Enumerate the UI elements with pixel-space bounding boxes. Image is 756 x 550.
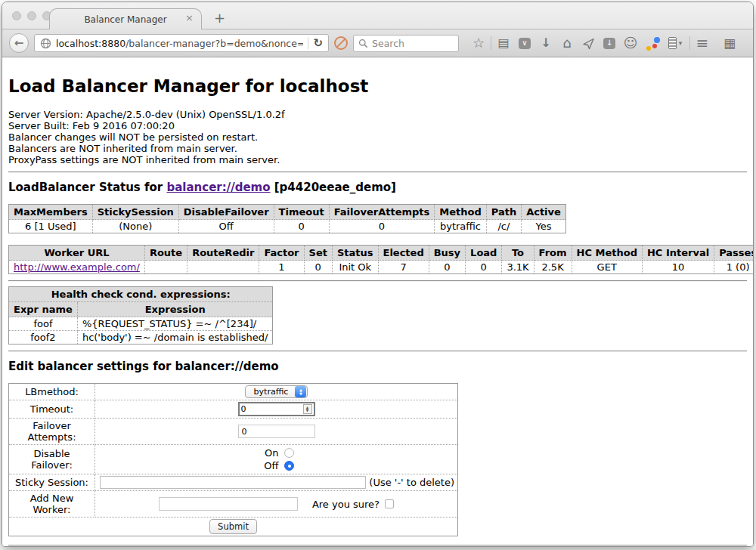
cell-hc-interval: 10 [642, 261, 714, 274]
col-header: Load [466, 246, 502, 261]
timeout-label: Timeout: [9, 400, 95, 419]
home-icon[interactable]: ⌂ [556, 36, 578, 51]
col-header: Active [522, 205, 566, 220]
disable-failover-on-radio[interactable] [284, 448, 294, 458]
add-worker-input[interactable] [159, 497, 298, 511]
cell-routeredir [187, 261, 259, 274]
timeout-input[interactable]: 0 ▲▼ [238, 402, 315, 416]
failover-attempts-input[interactable] [238, 425, 315, 438]
toolbar-divider [689, 36, 690, 50]
are-you-sure-label: Are you sure? [312, 499, 380, 510]
worker-status-table: Worker URL Route RouteRedir Factor Set S… [8, 245, 753, 274]
worker-url-link[interactable]: http://www.example.com/ [14, 261, 140, 273]
cell-passes: 1 (0) [714, 261, 753, 274]
form-row-lbmethod: LBmethod: bytraffic ▲▼ [9, 384, 458, 400]
close-window-button[interactable] [12, 11, 21, 20]
cell-expression: %{REQUEST_STATUS} =~ /^[234]/ [77, 317, 273, 331]
health-table-title: Health check cond. expressions: [9, 287, 273, 302]
stepper-down-icon: ▼ [299, 392, 302, 396]
send-tab-icon[interactable] [578, 36, 599, 50]
url-bar[interactable]: localhost:8880/balancer-manager?b=demo&n… [34, 34, 329, 52]
col-header: MaxMembers [9, 205, 93, 220]
server-built-line: Server Built: Feb 9 2016 07:00:20 [8, 120, 747, 131]
search-icon [358, 39, 368, 48]
lbmethod-label: LBmethod: [9, 384, 95, 400]
on-label: On [259, 446, 279, 459]
cell-maxmembers: 6 [1 Used] [9, 220, 93, 233]
cell-route [144, 261, 187, 274]
col-header: RouteRedir [187, 246, 259, 261]
are-you-sure-checkbox[interactable] [385, 499, 394, 508]
reload-icon[interactable]: ↻ [313, 36, 323, 50]
cell-disablefailover: Off [178, 220, 274, 233]
plugin-blocked-icon[interactable] [334, 36, 348, 50]
table-title-row: Health check cond. expressions: [9, 287, 273, 302]
url-domain: localhost:8880 [56, 38, 125, 49]
cell-expression: hc('body') =~ /domain is established/ [77, 331, 273, 345]
extension-download-badge: ↓ [603, 38, 615, 49]
bottom-divider [8, 545, 747, 546]
search-bar[interactable]: Search [353, 35, 459, 52]
minimize-window-button[interactable] [27, 11, 36, 20]
table-header-row: MaxMembers StickySession DisableFailover… [9, 205, 566, 220]
new-tab-button[interactable]: + [214, 11, 225, 25]
col-header: Status [332, 246, 378, 261]
col-header: FailoverAttempts [329, 205, 435, 220]
cell-to: 3.1K [502, 261, 534, 274]
tab-close-icon[interactable]: × [185, 13, 194, 23]
form-row-disable-failover: Disable Failover: On Off [9, 445, 458, 474]
form-row-submit: Submit [9, 518, 458, 536]
battery-extension-icon[interactable]: ▾ [662, 36, 688, 51]
downloads-icon[interactable]: ↓ [535, 36, 556, 51]
col-header: Passes [714, 246, 753, 261]
form-row-timeout: Timeout: 0 ▲▼ [9, 400, 458, 419]
col-header: DisableFailover [178, 205, 274, 220]
col-header: StickySession [92, 205, 178, 220]
col-header: Busy [429, 246, 465, 261]
search-placeholder: Search [372, 38, 404, 49]
disable-failover-label: Disable Failover: [9, 445, 95, 474]
cell-from: 2.5K [534, 261, 572, 274]
bookmarks-menu-icon[interactable]: ▤ [493, 36, 514, 51]
submit-button[interactable]: Submit [209, 519, 257, 534]
url-text: localhost:8880/balancer-manager?b=demo&n… [56, 38, 303, 49]
cell-path: /c/ [486, 220, 521, 233]
cell-expr-name: foof2 [9, 331, 78, 345]
cell-set: 0 [304, 261, 332, 274]
navigation-toolbar: ← localhost:8880/balancer-manager?b=demo… [2, 29, 753, 57]
disable-failover-off-radio[interactable] [284, 461, 294, 471]
lbmethod-selected-value: bytraffic [254, 387, 289, 397]
pocket-badge: ∨ [519, 38, 531, 49]
pocket-icon[interactable]: ∨ [514, 38, 535, 49]
table-row: 6 [1 Used] (None) Off 0 0 bytraffic /c/ … [9, 220, 566, 233]
inherit-note-line: Balancers are NOT inherited from main se… [8, 143, 747, 154]
back-button[interactable]: ← [9, 33, 29, 53]
col-header: HC Method [572, 246, 642, 261]
sticky-session-label: Sticky Session: [9, 474, 95, 491]
are-you-sure-group: Are you sure? [312, 499, 394, 510]
extension-download-icon[interactable]: ↓ [599, 38, 620, 49]
globe-icon [40, 38, 51, 49]
page-content: Load Balancer Manager for localhost Serv… [2, 57, 753, 547]
health-check-table: Health check cond. expressions: Expr nam… [8, 286, 273, 345]
feedback-smiley-icon[interactable]: ☺ [620, 36, 641, 51]
status-heading-prefix: LoadBalancer Status for [8, 181, 166, 194]
cell-busy: 0 [429, 261, 465, 274]
balancer-settings-form: LBmethod: bytraffic ▲▼ Timeout: 0 ▲▼ [8, 383, 458, 536]
select-stepper-icon: ▲▼ [295, 386, 306, 397]
toolbar-divider [491, 36, 491, 50]
number-spinner-icon[interactable]: ▲▼ [303, 404, 312, 414]
hamburger-menu-icon[interactable]: ≡ [692, 36, 713, 51]
grid-extension-icon[interactable]: ▦ [719, 36, 740, 51]
balancer-demo-link[interactable]: balancer://demo [166, 181, 270, 194]
tab-title: Balancer Manager [84, 14, 166, 25]
cell-expr-name: foof [9, 317, 78, 331]
lbmethod-select[interactable]: bytraffic ▲▼ [245, 385, 308, 398]
blue-dot [654, 37, 660, 43]
browser-tab[interactable]: Balancer Manager × [49, 8, 202, 29]
bookmark-star-icon[interactable]: ☆ [468, 36, 489, 51]
sticky-session-input[interactable] [100, 476, 366, 489]
cell-timeout: 0 [274, 220, 329, 233]
chevron-down-icon[interactable]: ▾ [679, 36, 683, 51]
edit-balancer-heading: Edit balancer settings for balancer://de… [8, 360, 747, 373]
